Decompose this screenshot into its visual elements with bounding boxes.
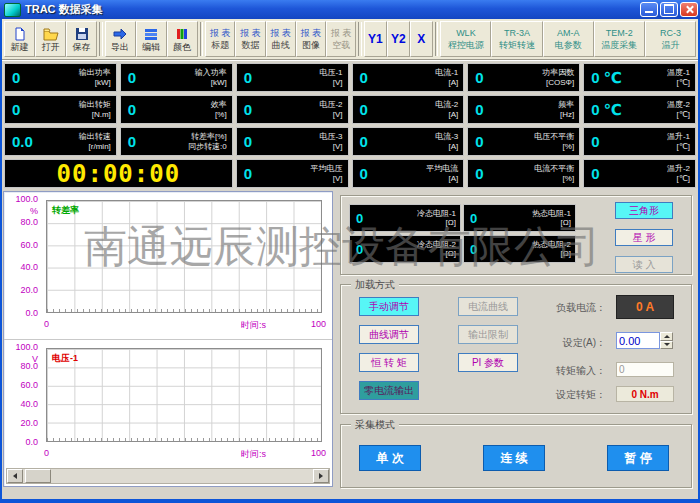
x-axis-labels: 0 时间:s 100 bbox=[46, 319, 322, 330]
left-triangle-icon bbox=[13, 473, 17, 479]
axis-y2-button[interactable]: Y2 bbox=[387, 21, 410, 57]
display-avg-current: 0平均电流[A] bbox=[352, 159, 465, 188]
display-current-3: 0电流-3[A] bbox=[352, 127, 465, 156]
read-in-button: 读 入 bbox=[615, 256, 673, 273]
display-output-torque: 0输出转矩[N.m] bbox=[4, 95, 117, 124]
group-title: 加载方式 bbox=[351, 278, 399, 292]
toolbar-separator bbox=[358, 22, 362, 56]
load-current-display: 0 A bbox=[616, 295, 674, 319]
new-document-icon bbox=[12, 27, 28, 41]
display-current-unbalance: 0电流不平衡[%] bbox=[467, 159, 580, 188]
set-current-input[interactable] bbox=[616, 332, 660, 349]
minimize-button[interactable] bbox=[640, 2, 658, 17]
measurement-grid: 0输出功率[kW] 0输入功率[kW] 0电压-1[V] 0电流-1[A] 0功… bbox=[4, 63, 696, 188]
display-power-factor: 0功率因数[COSΦ] bbox=[467, 63, 580, 92]
instrument-tem2-button[interactable]: TEM-2 温度采集 bbox=[594, 21, 645, 57]
instrument-rc3-button[interactable]: RC-3 温升 bbox=[645, 21, 696, 57]
display-voltage-unbalance: 0电压不平衡[%] bbox=[467, 127, 580, 156]
display-hot-resistance-1: 0热态电阻-1[Ω] bbox=[463, 204, 576, 232]
report-noload-button: 报 表 空载 bbox=[326, 21, 356, 57]
report-image-button[interactable]: 报 表 图像 bbox=[296, 21, 326, 57]
edit-button[interactable]: 编辑 bbox=[136, 21, 167, 57]
spin-down-icon[interactable] bbox=[660, 341, 673, 350]
save-floppy-icon bbox=[74, 27, 90, 41]
open-folder-icon bbox=[43, 27, 59, 41]
axis-x-button[interactable]: X bbox=[410, 21, 433, 57]
instrument-wlk-button[interactable]: WLK 程控电源 bbox=[440, 21, 491, 57]
restore-icon bbox=[664, 4, 674, 14]
chart-horizontal-scrollbar[interactable] bbox=[6, 468, 330, 484]
loading-mode-group: 加载方式 手动调节 曲线调节 恒 转 矩 零电流输出 电流曲线 输出限制 PI … bbox=[340, 284, 692, 414]
display-current-1: 0电流-1[A] bbox=[352, 63, 465, 92]
elapsed-timer: 00:00:00 bbox=[4, 159, 233, 188]
display-input-power: 0输入功率[kW] bbox=[120, 63, 233, 92]
instrument-ama-button[interactable]: AM-A 电参数 bbox=[543, 21, 594, 57]
axis-y1-button[interactable]: Y1 bbox=[364, 21, 387, 57]
scroll-left-arrow[interactable] bbox=[7, 469, 23, 483]
continuous-capture-button[interactable]: 连 续 bbox=[483, 445, 545, 471]
pause-capture-button[interactable]: 暂 停 bbox=[607, 445, 669, 471]
plot-area bbox=[46, 348, 322, 442]
display-temperature-2: 0 ℃温度-2[℃] bbox=[583, 95, 696, 124]
plot-area bbox=[46, 200, 322, 313]
scroll-right-arrow[interactable] bbox=[313, 469, 329, 483]
app-window: TRAC 数据采集 新建 打开 保存 导出 编辑 bbox=[0, 0, 700, 503]
restore-button[interactable] bbox=[660, 2, 678, 17]
wiring-triangle-button[interactable]: 三角形 bbox=[615, 202, 673, 219]
toolbar: 新建 打开 保存 导出 编辑 颜色 报 表 标题 报 表 数据 bbox=[2, 19, 698, 60]
pi-params-button[interactable]: PI 参数 bbox=[458, 353, 518, 372]
color-bars-icon bbox=[174, 27, 190, 41]
app-icon bbox=[4, 3, 21, 17]
export-arrow-icon bbox=[112, 27, 128, 41]
open-button[interactable]: 打开 bbox=[35, 21, 66, 57]
display-hot-resistance-2: 0热态电阻-2[Ω] bbox=[463, 235, 576, 263]
display-output-speed: 0.0输出转速[r/min] bbox=[4, 127, 117, 156]
current-curve-button: 电流曲线 bbox=[458, 297, 518, 316]
spin-up-icon[interactable] bbox=[660, 332, 673, 341]
right-triangle-icon bbox=[319, 473, 323, 479]
torque-input-field bbox=[616, 362, 674, 377]
report-curve-button[interactable]: 报 表 曲线 bbox=[266, 21, 296, 57]
set-torque-display: 0 N.m bbox=[616, 386, 674, 402]
torque-input-label: 转矩输入： bbox=[544, 364, 606, 378]
output-limit-button: 输出限制 bbox=[458, 325, 518, 344]
report-data-button[interactable]: 报 表 数据 bbox=[235, 21, 265, 57]
window-title: TRAC 数据采集 bbox=[25, 2, 103, 17]
charts-panel: 100.0 80.0 60.0 40.0 20.0 0.0 % 转差率 0 时间… bbox=[3, 191, 333, 487]
scrollbar-track[interactable] bbox=[51, 469, 313, 483]
minimize-icon bbox=[645, 11, 653, 13]
close-button[interactable] bbox=[680, 2, 698, 17]
load-current-label: 负载电流： bbox=[544, 301, 606, 315]
save-button[interactable]: 保存 bbox=[66, 21, 97, 57]
color-button[interactable]: 颜色 bbox=[167, 21, 198, 57]
close-icon bbox=[685, 5, 694, 14]
display-output-power: 0输出功率[kW] bbox=[4, 63, 117, 92]
display-temperature-1: 0 ℃温度-1[℃] bbox=[583, 63, 696, 92]
voltage-chart: 100.0 80.0 60.0 40.0 20.0 0.0 V 电压-1 0 时… bbox=[4, 339, 332, 468]
display-avg-voltage: 0平均电压[V] bbox=[236, 159, 349, 188]
zero-current-output-button[interactable]: 零电流输出 bbox=[359, 381, 419, 400]
new-button[interactable]: 新建 bbox=[4, 21, 35, 57]
display-voltage-1: 0电压-1[V] bbox=[236, 63, 349, 92]
display-efficiency: 0效率[%] bbox=[120, 95, 233, 124]
y-axis-unit: % bbox=[4, 206, 38, 216]
edit-list-icon bbox=[143, 27, 159, 41]
instrument-tr3a-button[interactable]: TR-3A 转矩转速 bbox=[491, 21, 542, 57]
scrollbar-thumb[interactable] bbox=[25, 469, 51, 483]
toolbar-separator bbox=[99, 22, 103, 56]
report-title-button[interactable]: 报 表 标题 bbox=[205, 21, 235, 57]
toolbar-separator bbox=[435, 22, 439, 56]
export-button[interactable]: 导出 bbox=[105, 21, 136, 57]
display-frequency: 0频率[Hz] bbox=[467, 95, 580, 124]
set-current-stepper[interactable] bbox=[660, 332, 673, 349]
single-capture-button[interactable]: 单 次 bbox=[359, 445, 421, 471]
curve-adjust-button[interactable]: 曲线调节 bbox=[359, 325, 419, 344]
constant-torque-button[interactable]: 恒 转 矩 bbox=[359, 353, 419, 372]
capture-mode-group: 采集模式 单 次 连 续 暂 停 bbox=[340, 424, 692, 488]
display-current-2: 0电流-2[A] bbox=[352, 95, 465, 124]
set-current-label: 设定(A)： bbox=[544, 336, 606, 350]
wiring-star-button[interactable]: 星 形 bbox=[615, 229, 673, 246]
display-cold-resistance-2: 0冷态电阻-2[Ω] bbox=[349, 235, 461, 263]
display-voltage-3: 0电压-3[V] bbox=[236, 127, 349, 156]
manual-adjust-button[interactable]: 手动调节 bbox=[359, 297, 419, 316]
